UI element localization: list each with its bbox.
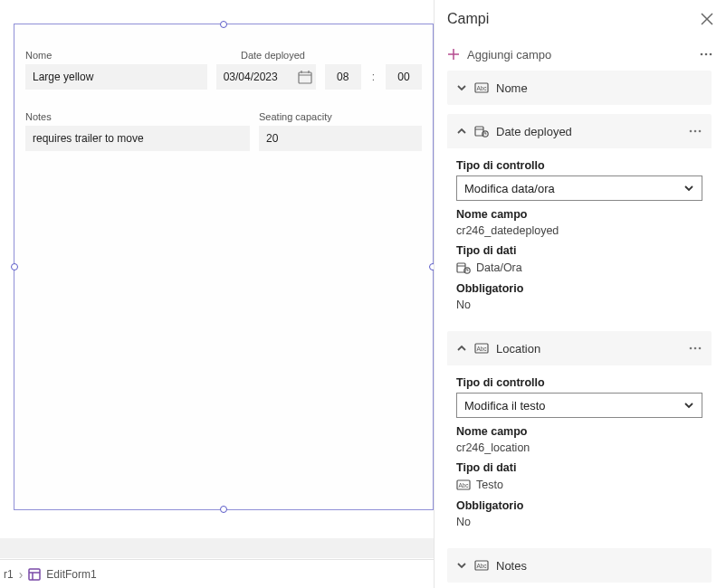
- breadcrumb-prev[interactable]: r1: [4, 568, 14, 581]
- panel-title: Campi: [447, 11, 489, 27]
- datetime-type-icon: [474, 124, 489, 138]
- field-label-seating: Seating capacity: [259, 111, 422, 122]
- field-card-title: Notes: [496, 559, 527, 573]
- prop-label-control-type: Tipo di controllo: [456, 159, 702, 172]
- prop-value-field-name: cr246_location: [456, 441, 702, 454]
- field-card-title: Nome: [496, 81, 528, 95]
- chevron-down-icon: [456, 82, 467, 93]
- seating-field[interactable]: [259, 126, 422, 151]
- more-icon[interactable]: [699, 47, 713, 62]
- field-card-title: Location: [496, 342, 540, 356]
- hour-field[interactable]: [325, 64, 361, 90]
- chevron-down-icon: [683, 400, 694, 411]
- prop-label-data-type: Tipo di dati: [456, 244, 702, 257]
- field-label-date-deployed: Date deployed: [241, 50, 422, 61]
- add-field-button[interactable]: Aggiungi campo: [447, 48, 551, 62]
- text-type-icon: [474, 558, 489, 573]
- canvas-footer-strip: [0, 538, 434, 558]
- fields-scroll[interactable]: Nome Date deployed Tipo di controllo Mod…: [435, 71, 724, 588]
- edit-form[interactable]: Nome Date deployed : Notes Seating capac…: [14, 24, 434, 510]
- chevron-down-icon: [683, 183, 694, 194]
- field-card-header[interactable]: Date deployed: [447, 114, 712, 148]
- chevron-up-icon: [456, 126, 467, 137]
- close-icon[interactable]: [701, 13, 713, 25]
- form-icon: [28, 568, 41, 581]
- fields-panel: Campi Aggiungi campo Nome Date deployed: [434, 0, 726, 588]
- field-card-nome: Nome: [447, 71, 712, 105]
- selection-handle[interactable]: [220, 21, 227, 28]
- field-card-header[interactable]: Location: [447, 331, 712, 365]
- prop-label-control-type: Tipo di controllo: [456, 376, 702, 389]
- prop-label-data-type: Tipo di dati: [456, 461, 702, 474]
- prop-label-required: Obbligatorio: [456, 499, 702, 512]
- calendar-icon[interactable]: [298, 70, 312, 84]
- breadcrumb: r1 › EditForm1: [0, 559, 434, 588]
- prop-label-field-name: Nome campo: [456, 425, 702, 438]
- field-card-location: Location Tipo di controllo Modifica il t…: [447, 331, 712, 539]
- control-type-select[interactable]: Modifica il testo: [456, 393, 702, 418]
- field-card-notes: Notes: [447, 548, 712, 583]
- selection-handle[interactable]: [11, 263, 18, 270]
- minute-field[interactable]: [386, 64, 422, 90]
- selection-handle[interactable]: [220, 506, 227, 513]
- more-icon[interactable]: [688, 124, 702, 138]
- add-field-label: Aggiungi campo: [467, 48, 551, 62]
- control-type-select[interactable]: Modifica data/ora: [456, 175, 702, 201]
- prop-value-required: No: [456, 516, 702, 528]
- prop-label-field-name: Nome campo: [456, 208, 702, 221]
- text-type-icon: [456, 478, 471, 492]
- prop-label-required: Obbligatorio: [456, 282, 702, 295]
- plus-icon: [447, 48, 460, 61]
- notes-field[interactable]: [25, 126, 250, 151]
- name-field[interactable]: [25, 64, 207, 90]
- prop-value-data-type: Testo: [476, 479, 503, 491]
- chevron-right-icon: ›: [19, 567, 24, 582]
- field-label-name: Nome: [25, 50, 232, 61]
- design-canvas: Nome Date deployed : Notes Seating capac…: [0, 0, 434, 588]
- time-colon: :: [370, 64, 377, 90]
- text-type-icon: [474, 341, 489, 356]
- control-type-value: Modifica il testo: [464, 399, 546, 413]
- chevron-up-icon: [456, 343, 467, 354]
- field-card-title: Date deployed: [496, 125, 572, 138]
- more-icon[interactable]: [688, 341, 702, 356]
- field-card-date-deployed: Date deployed Tipo di controllo Modifica…: [447, 114, 712, 322]
- field-label-notes: Notes: [25, 111, 250, 122]
- field-card-header[interactable]: Nome: [447, 71, 712, 105]
- prop-value-data-type: Data/Ora: [476, 261, 522, 274]
- breadcrumb-current[interactable]: EditForm1: [46, 568, 96, 581]
- text-type-icon: [474, 81, 489, 95]
- control-type-value: Modifica data/ora: [464, 182, 555, 195]
- prop-value-field-name: cr246_datedeployed: [456, 224, 702, 237]
- field-card-header[interactable]: Notes: [447, 548, 712, 583]
- prop-value-required: No: [456, 299, 702, 311]
- datetime-type-icon: [456, 261, 471, 275]
- chevron-down-icon: [456, 560, 467, 571]
